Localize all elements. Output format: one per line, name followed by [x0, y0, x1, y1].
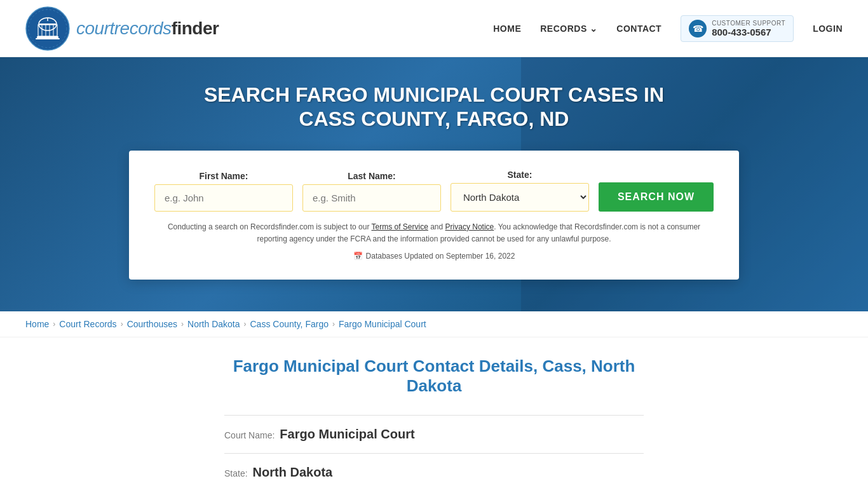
- search-card: First Name: Last Name: State: Alabama Al…: [129, 151, 739, 280]
- breadcrumb-separator-1: ›: [53, 320, 55, 329]
- breadcrumb: Home › Court Records › Courthouses › Nor…: [0, 311, 868, 337]
- state-select[interactable]: Alabama Alaska Arizona Arkansas Californ…: [451, 183, 589, 212]
- last-name-label: Last Name:: [302, 171, 441, 181]
- search-button[interactable]: SEARCH NOW: [599, 182, 714, 212]
- breadcrumb-court-records[interactable]: Court Records: [59, 319, 116, 329]
- breadcrumb-cass-county[interactable]: Cass County, Fargo: [250, 319, 329, 329]
- search-fields: First Name: Last Name: State: Alabama Al…: [154, 170, 714, 212]
- terms-link[interactable]: Terms of Service: [372, 222, 428, 231]
- support-label: CUSTOMER SUPPORT: [712, 20, 785, 27]
- court-name-label: Court Name:: [224, 430, 275, 440]
- court-name-value: Fargo Municipal Court: [280, 427, 414, 442]
- state-row: State: North Dakota: [224, 453, 644, 488]
- logo-area: courtrecordsfinder: [25, 6, 219, 51]
- breadcrumb-home[interactable]: Home: [25, 319, 49, 329]
- nav-home[interactable]: HOME: [493, 24, 521, 34]
- state-group: State: Alabama Alaska Arizona Arkansas C…: [451, 170, 589, 212]
- state-label: State:: [451, 170, 589, 180]
- hero-section: SEARCH FARGO MUNICIPAL COURT CASES IN CA…: [0, 57, 868, 311]
- court-name-row: Court Name: Fargo Municipal Court: [224, 415, 644, 453]
- nav-login[interactable]: LOGIN: [813, 24, 843, 34]
- support-box: ☎ CUSTOMER SUPPORT 800-433-0567: [681, 15, 794, 42]
- calendar-icon: 📅: [353, 252, 363, 261]
- db-updated: 📅 Databases Updated on September 16, 202…: [154, 252, 714, 261]
- breadcrumb-separator-5: ›: [332, 320, 335, 329]
- chevron-down-icon: ⌄: [590, 24, 598, 34]
- state-detail-label: State:: [224, 468, 248, 478]
- site-header: courtrecordsfinder HOME RECORDS ⌄ CONTAC…: [0, 0, 868, 57]
- nav-contact[interactable]: CONTACT: [616, 24, 661, 34]
- breadcrumb-separator-2: ›: [121, 320, 123, 329]
- support-phone: 800-433-0567: [712, 27, 785, 37]
- privacy-link[interactable]: Privacy Notice: [445, 222, 494, 231]
- search-disclaimer: Conducting a search on Recordsfinder.com…: [154, 221, 714, 245]
- section-title: Fargo Municipal Court Contact Details, C…: [224, 356, 644, 396]
- logo-text: courtrecordsfinder: [76, 18, 219, 39]
- breadcrumb-separator-3: ›: [181, 320, 184, 329]
- capitol-logo-icon: [25, 6, 70, 51]
- first-name-group: First Name:: [154, 171, 293, 212]
- breadcrumb-courthouses[interactable]: Courthouses: [127, 319, 177, 329]
- state-detail-value: North Dakota: [253, 465, 333, 480]
- last-name-input[interactable]: [302, 184, 441, 212]
- hero-title: SEARCH FARGO MUNICIPAL COURT CASES IN CA…: [180, 83, 688, 132]
- breadcrumb-north-dakota[interactable]: North Dakota: [187, 319, 240, 329]
- main-content: Fargo Municipal Court Contact Details, C…: [212, 337, 656, 488]
- svg-rect-9: [37, 36, 58, 38]
- svg-rect-10: [36, 38, 60, 39]
- svg-point-0: [26, 7, 69, 50]
- last-name-group: Last Name:: [302, 171, 441, 212]
- breadcrumb-current: Fargo Municipal Court: [339, 319, 426, 329]
- first-name-label: First Name:: [154, 171, 293, 181]
- support-info: CUSTOMER SUPPORT 800-433-0567: [712, 20, 785, 37]
- first-name-input[interactable]: [154, 184, 293, 212]
- nav-records[interactable]: RECORDS ⌄: [540, 24, 597, 34]
- main-nav: HOME RECORDS ⌄ CONTACT ☎ CUSTOMER SUPPOR…: [493, 15, 843, 42]
- breadcrumb-separator-4: ›: [244, 320, 247, 329]
- headset-icon: ☎: [689, 20, 707, 37]
